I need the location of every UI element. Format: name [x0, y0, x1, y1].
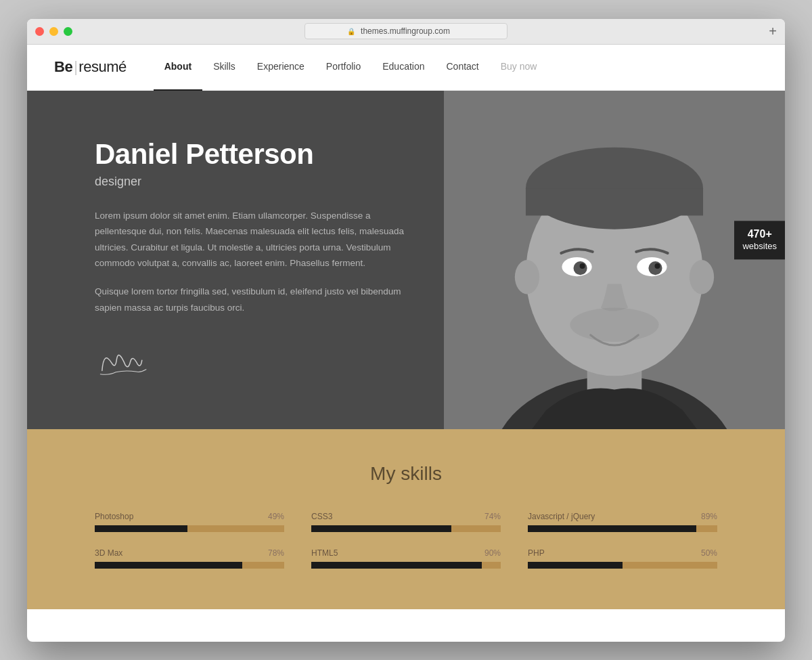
- logo-separator: |: [74, 58, 77, 75]
- skill-bar-fill: [311, 562, 482, 569]
- skill-header: PHP 50%: [528, 548, 717, 558]
- skill-header: CSS3 74%: [311, 512, 501, 521]
- nav-item-portfolio[interactable]: Portfolio: [315, 43, 371, 91]
- browser-window: 🔒 themes.muffingroup.com + Be|resumé Abo…: [27, 19, 785, 642]
- svg-point-6: [515, 260, 539, 294]
- skill-percent: 89%: [701, 512, 717, 521]
- skill-percent: 74%: [484, 512, 501, 521]
- skill-bar-bg: [95, 525, 284, 532]
- skills-section: My skills Photoshop 49% CSS3 74% Javascr…: [27, 429, 785, 609]
- skill-bar-bg: [528, 525, 717, 532]
- window-controls: [35, 27, 72, 36]
- skill-name: PHP: [528, 548, 545, 558]
- close-button[interactable]: [35, 27, 44, 36]
- nav-item-about[interactable]: About: [154, 43, 202, 91]
- svg-rect-5: [526, 188, 703, 215]
- hero-section: Daniel Petterson designer Lorem ipsum do…: [27, 91, 785, 429]
- skill-header: Javascript / jQuery 89%: [528, 512, 717, 521]
- skill-name: 3D Max: [95, 548, 122, 558]
- skill-item: 3D Max 78%: [95, 548, 284, 569]
- hero-para2: Quisque lorem tortor fringilla sed, vest…: [95, 284, 410, 315]
- skill-percent: 50%: [701, 548, 717, 558]
- skill-bar-fill: [95, 525, 187, 532]
- skill-name: Photoshop: [95, 512, 133, 521]
- hero-name: Daniel Petterson: [95, 138, 410, 171]
- skill-bar-fill: [311, 525, 451, 532]
- nav-item-contact[interactable]: Contact: [436, 43, 490, 91]
- skill-bar-bg: [311, 562, 501, 569]
- skill-name: Javascript / jQuery: [528, 512, 595, 521]
- nav-link-contact[interactable]: Contact: [436, 43, 490, 89]
- titlebar: 🔒 themes.muffingroup.com +: [27, 19, 785, 45]
- skill-bar-bg: [528, 562, 717, 569]
- nav-links: About Skills Experience Portfolio Educat…: [154, 43, 548, 91]
- site-content: Be|resumé About Skills Experience Portfo…: [27, 45, 785, 609]
- new-tab-button[interactable]: +: [769, 24, 777, 38]
- nav-item-buynow[interactable]: Buy now: [490, 43, 548, 91]
- hero-para1: Lorem ipsum dolor sit amet enim. Etiam u…: [95, 208, 410, 272]
- nav-link-skills[interactable]: Skills: [202, 43, 246, 89]
- svg-point-13: [654, 263, 660, 269]
- skills-title: My skills: [95, 463, 717, 485]
- svg-point-10: [574, 261, 587, 275]
- skill-item: HTML5 90%: [311, 548, 501, 569]
- address-bar[interactable]: 🔒 themes.muffingroup.com: [304, 23, 508, 39]
- site-logo[interactable]: Be|resumé: [54, 58, 127, 76]
- badge-470: 470+ websites: [734, 221, 785, 260]
- skill-header: HTML5 90%: [311, 548, 501, 558]
- hero-title: designer: [95, 175, 410, 189]
- skill-item: CSS3 74%: [311, 512, 501, 532]
- skill-item: PHP 50%: [528, 548, 717, 569]
- svg-point-12: [580, 263, 585, 269]
- skill-bar-bg: [311, 525, 501, 532]
- skill-item: Photoshop 49%: [95, 512, 284, 532]
- skill-percent: 78%: [268, 548, 284, 558]
- skill-item: Javascript / jQuery 89%: [528, 512, 717, 532]
- nav-item-experience[interactable]: Experience: [246, 43, 315, 91]
- site-nav: Be|resumé About Skills Experience Portfo…: [27, 45, 785, 91]
- nav-item-skills[interactable]: Skills: [202, 43, 246, 91]
- hero-image: 470+ websites: [444, 91, 785, 429]
- nav-item-education[interactable]: Education: [371, 43, 435, 91]
- skill-name: HTML5: [311, 548, 338, 558]
- nav-link-buynow[interactable]: Buy now: [490, 43, 548, 89]
- logo-bold: Be: [54, 58, 72, 75]
- nav-link-portfolio[interactable]: Portfolio: [315, 43, 371, 89]
- skill-name: CSS3: [311, 512, 332, 521]
- svg-point-7: [690, 260, 714, 294]
- maximize-button[interactable]: [64, 27, 72, 36]
- badge-label: websites: [742, 242, 777, 253]
- skill-header: 3D Max 78%: [95, 548, 284, 558]
- hero-content: Daniel Petterson designer Lorem ipsum do…: [27, 91, 444, 429]
- skills-grid: Photoshop 49% CSS3 74% Javascript / jQue…: [95, 512, 717, 569]
- lock-icon: 🔒: [347, 28, 355, 35]
- skill-header: Photoshop 49%: [95, 512, 284, 521]
- skill-bar-fill: [528, 562, 623, 569]
- svg-point-11: [648, 261, 662, 275]
- skill-bar-fill: [528, 525, 696, 532]
- minimize-button[interactable]: [49, 27, 58, 36]
- nav-link-experience[interactable]: Experience: [246, 43, 315, 89]
- url-text: themes.muffingroup.com: [361, 26, 450, 36]
- nav-link-education[interactable]: Education: [371, 43, 435, 89]
- skill-percent: 49%: [268, 512, 284, 521]
- badge-number: 470+: [742, 227, 777, 242]
- hero-signature: [89, 338, 160, 387]
- skill-percent: 90%: [484, 548, 501, 558]
- logo-text: resumé: [78, 58, 126, 75]
- skill-bar-fill: [95, 562, 242, 569]
- nav-link-about[interactable]: About: [154, 43, 202, 91]
- skill-bar-bg: [95, 562, 284, 569]
- svg-point-14: [570, 307, 658, 341]
